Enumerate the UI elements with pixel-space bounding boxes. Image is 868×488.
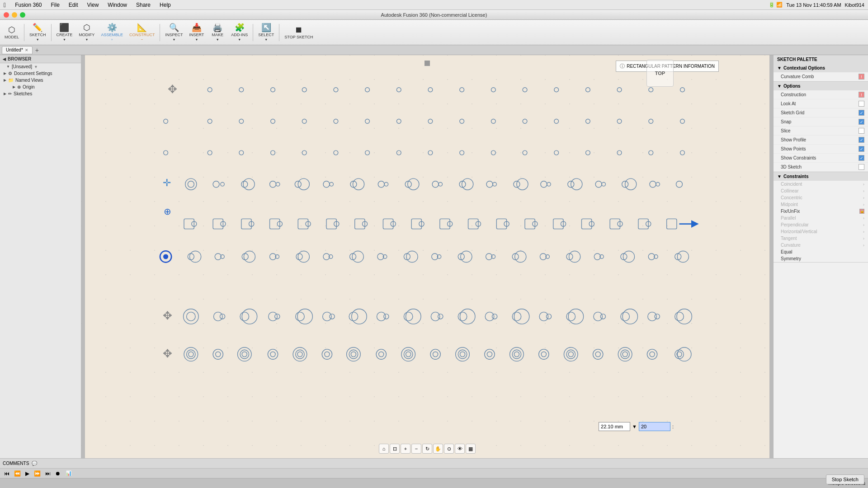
sketch-button[interactable]: ✏️ SKETCH ▼: [27, 23, 49, 42]
tab-add-button[interactable]: +: [33, 47, 41, 54]
tab-label: Untitled*: [6, 47, 23, 52]
toolbar-group-modify: ⬡ MODIFY ▼: [76, 23, 97, 42]
make-button[interactable]: 🖨️ MAKE ▼: [208, 23, 227, 42]
play-end-button[interactable]: ⏭: [44, 470, 52, 477]
view-cube[interactable]: TOP: [646, 60, 674, 87]
sketch-palette-header[interactable]: SKETCH PALETTE: [774, 55, 868, 64]
show-points-row: Show Points ✓: [774, 145, 868, 154]
menu-fusion360[interactable]: Fusion 360: [13, 2, 43, 8]
dimension-input-1[interactable]: [599, 422, 630, 431]
collinear-arrow: ›: [863, 189, 864, 193]
slice-toggle[interactable]: [859, 128, 864, 134]
create-button[interactable]: ⬛ CREATE ▼: [54, 23, 75, 42]
sidebar-item-named-views[interactable]: ▶ 📁 Named Views: [0, 77, 81, 84]
show-profile-toggle[interactable]: ✓: [859, 137, 864, 143]
menu-file[interactable]: File: [49, 2, 61, 8]
assemble-button[interactable]: ⚙️ ASSEMBLE ›: [98, 23, 126, 42]
minimize-button[interactable]: [12, 12, 17, 18]
maximize-button[interactable]: [20, 12, 25, 18]
nav-orbit[interactable]: ⊙: [444, 444, 454, 454]
insert-button[interactable]: 📥 INSERT ▼: [186, 23, 207, 42]
close-button[interactable]: [4, 12, 9, 18]
nav-zoom-out[interactable]: −: [411, 444, 421, 454]
main-area: ◀ BROWSER ▼ [Unsaved] ▼ ▶ ⚙ Document Set…: [0, 55, 868, 458]
tab-close-button[interactable]: ✕: [25, 48, 28, 52]
show-constraints-toggle[interactable]: ✓: [859, 155, 864, 161]
menu-help[interactable]: Help: [158, 2, 173, 8]
model-mode-button[interactable]: ⬡ MODEL: [2, 23, 22, 42]
tab-untitled[interactable]: Untitled* ✕: [2, 46, 33, 54]
nav-home[interactable]: ⌂: [379, 444, 389, 454]
contextual-options-header[interactable]: ▼ Contextual Options: [774, 64, 868, 72]
menu-edit[interactable]: Edit: [67, 2, 80, 8]
record-button[interactable]: ⏺: [54, 470, 62, 477]
menu-window[interactable]: Window: [106, 2, 129, 8]
addins-button[interactable]: 🧩 ADD-INS ▼: [228, 23, 250, 42]
sketch-grid-label: Sketch Grid: [781, 110, 859, 115]
nav-fit[interactable]: ⊡: [390, 444, 400, 454]
3d-sketch-toggle[interactable]: [859, 164, 864, 170]
sidebar-item-unsaved[interactable]: ▼ [Unsaved] ▼: [0, 63, 81, 70]
expand-icon: ▶: [4, 92, 6, 96]
sidebar-collapse-button[interactable]: ◀: [3, 57, 6, 61]
play-prev-button[interactable]: ⏪: [13, 470, 22, 477]
info-toggle-button[interactable]: [425, 61, 430, 66]
options-header[interactable]: ▼ Options: [774, 82, 868, 90]
show-points-toggle[interactable]: ✓: [859, 146, 864, 152]
nav-look[interactable]: 👁: [455, 444, 465, 454]
nav-zoom-in[interactable]: +: [401, 444, 410, 454]
expand-icon: ▶: [13, 85, 15, 89]
collapse-icon: ▼: [777, 66, 782, 70]
nav-rotate[interactable]: ↻: [422, 444, 432, 454]
sidebar-item-doc-settings[interactable]: ▶ ⚙ Document Settings: [0, 70, 81, 77]
construction-toggle[interactable]: !: [859, 92, 864, 98]
symmetry-label[interactable]: Symmetry: [781, 256, 864, 261]
select-button[interactable]: ↖️ SELECT ▼: [255, 23, 277, 42]
assemble-arrow: ›: [111, 38, 112, 41]
inspect-button[interactable]: 🔍 INSPECT ▼: [162, 23, 185, 42]
snap-toggle[interactable]: ✓: [859, 119, 864, 125]
comments-icon[interactable]: 💬: [32, 461, 37, 466]
symmetry-row: Symmetry: [774, 255, 868, 262]
nav-display[interactable]: ▦: [466, 444, 476, 454]
toolbar-group-model: ⬡ MODEL: [2, 23, 22, 42]
horiz-vert-arrow: ›: [863, 230, 864, 234]
toolbar-group-construct: 📐 CONSTRUCT ~: [127, 23, 158, 42]
gear-icon: ⚙: [8, 71, 12, 76]
equal-row: Equal: [774, 249, 868, 255]
nav-pan[interactable]: ✋: [433, 444, 443, 454]
status-bar: Multiple selections: [0, 478, 868, 488]
equal-label[interactable]: Equal: [781, 249, 864, 254]
item-tag: ▼: [34, 65, 38, 69]
modify-button[interactable]: ⬡ MODIFY ▼: [76, 23, 97, 42]
stop-sketch-toolbar-button[interactable]: ⏹ STOP SKETCH: [282, 23, 316, 42]
sidebar-item-origin[interactable]: ▶ ⊕ Origin: [0, 84, 81, 90]
item-label: [Unsaved]: [12, 64, 32, 69]
sidebar-item-sketches[interactable]: ▶ ✏ Sketches: [0, 90, 81, 97]
look-at-toggle[interactable]: [859, 101, 864, 107]
show-points-label: Show Points: [781, 146, 859, 151]
play-next-button[interactable]: ⏩: [33, 470, 42, 477]
modify-arrow: ▼: [85, 38, 88, 41]
fix-unfix-label[interactable]: Fix/UnFix: [781, 209, 859, 214]
viewport[interactable]: ✥: [81, 55, 773, 458]
apple-menu[interactable]: : [4, 1, 6, 9]
curvature-comb-toggle[interactable]: !: [859, 74, 864, 80]
curvature-row: Curvature ›: [774, 242, 868, 249]
fix-unfix-lock[interactable]: 🔒: [859, 209, 864, 214]
resize-handle-right[interactable]: [769, 55, 773, 458]
curvature-comb-label: Curvature Comb: [781, 74, 859, 79]
sketch-grid-toggle[interactable]: ✓: [859, 110, 864, 116]
addins-icon: 🧩: [235, 23, 245, 32]
constraints-header[interactable]: ▼ Constraints: [774, 172, 868, 181]
construct-button[interactable]: 📐 CONSTRUCT ~: [127, 23, 158, 42]
toolbar-divider-2: [51, 24, 52, 41]
play-button[interactable]: ▶: [24, 470, 31, 477]
select-icon: ↖️: [261, 23, 271, 32]
menu-view[interactable]: View: [85, 2, 101, 8]
menu-share[interactable]: Share: [134, 2, 152, 8]
make-icon: 🖨️: [212, 23, 222, 32]
play-start-button[interactable]: ⏮: [3, 470, 11, 477]
comments-bar: COMMENTS 💬: [0, 458, 868, 468]
dimension-input-2[interactable]: [639, 422, 670, 431]
